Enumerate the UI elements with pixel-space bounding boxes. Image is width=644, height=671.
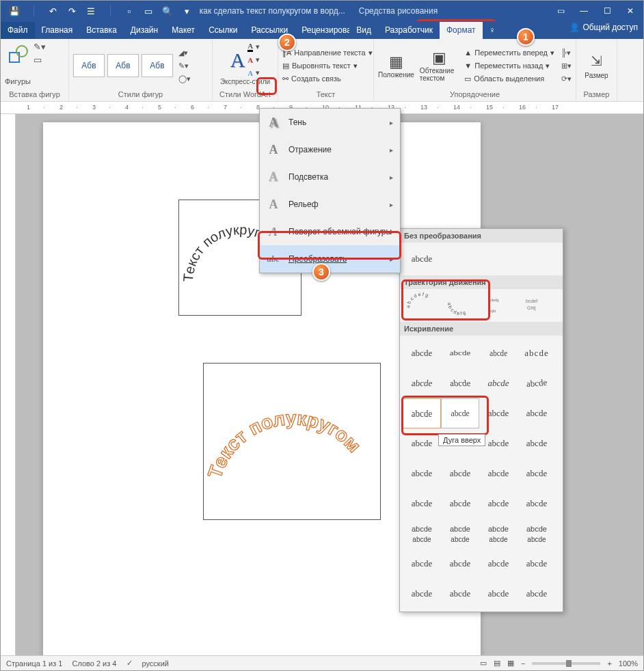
view-read-icon[interactable]: ▭ <box>480 659 487 668</box>
selection-pane-button[interactable]: ▭Область выделения <box>464 73 554 85</box>
tp-warp-7[interactable]: abcde <box>479 368 518 398</box>
tp-warp-28[interactable]: abcdeabcde <box>518 519 556 549</box>
tp-path-3[interactable]: cdefghijkl <box>479 290 518 320</box>
textbox-2[interactable]: Текст полукругом <box>203 363 381 520</box>
close-button[interactable]: ✕ <box>621 3 639 18</box>
redo-icon[interactable]: ↷ <box>64 3 80 18</box>
tp-warp-36[interactable]: abcde <box>518 579 556 609</box>
tp-warp-2[interactable]: abcde <box>441 338 479 368</box>
textbox-icon[interactable]: ▭ <box>33 54 46 66</box>
ruler-vertical[interactable] <box>1 114 16 655</box>
share-button[interactable]: 👤Общий доступ <box>569 23 638 32</box>
tp-warp-33[interactable]: abcde <box>403 579 441 609</box>
shape-effects-button[interactable]: ◯▾ <box>178 73 191 85</box>
print-preview-icon[interactable]: 🔍 <box>159 3 176 18</box>
shape-fill-button[interactable]: ◢▾ <box>178 47 191 59</box>
tab-design[interactable]: Дизайн <box>124 22 165 39</box>
tp-warp-34[interactable]: abcde <box>441 579 479 609</box>
new-doc-icon[interactable]: ▫ <box>121 3 137 18</box>
tp-warp-20[interactable]: abcde <box>518 458 556 489</box>
align-text-button[interactable]: ▤Выровнять текст▾ <box>282 60 373 72</box>
position-button[interactable]: ▦Положение <box>378 53 414 79</box>
undo-icon[interactable]: ↶ <box>44 3 61 18</box>
zoom-slider[interactable] <box>532 662 600 665</box>
tab-insert[interactable]: Вставка <box>79 22 124 39</box>
shape-style-3[interactable]: Абв <box>142 54 173 77</box>
align-button[interactable]: ╠▾ <box>561 47 572 59</box>
status-language[interactable]: русский <box>142 659 169 668</box>
text-effects-button[interactable]: A▾ <box>247 67 260 79</box>
tab-file[interactable]: Файл <box>1 22 35 39</box>
save-icon[interactable]: 💾 <box>6 3 23 18</box>
tab-developer[interactable]: Разработчик <box>378 22 440 39</box>
text-outline-button[interactable]: A▾ <box>247 54 260 66</box>
tp-warp-11[interactable]: abcde <box>479 398 518 428</box>
tp-warp-13[interactable]: abcde <box>403 428 441 458</box>
tp-warp-16[interactable]: abcde <box>518 428 556 458</box>
tp-path-1[interactable]: a b c d e f g <box>403 290 441 320</box>
shape-outline-button[interactable]: ✎▾ <box>178 60 191 72</box>
tp-path-2[interactable]: a b c d e f g <box>441 290 479 320</box>
tp-warp-21[interactable]: abcde <box>403 489 441 519</box>
tp-warp-32[interactable]: abcde <box>518 549 556 579</box>
tab-layout[interactable]: Макет <box>165 22 202 39</box>
view-print-icon[interactable]: ▤ <box>494 659 500 668</box>
tell-me-icon[interactable]: ♀ <box>483 22 502 39</box>
tab-references[interactable]: Ссылки <box>202 22 244 39</box>
maximize-button[interactable]: ☐ <box>598 3 616 18</box>
tp-warp-30[interactable]: abcde <box>441 549 479 579</box>
dd-shadow[interactable]: AТень▸ <box>260 109 400 136</box>
dd-bevel[interactable]: AРельеф▸ <box>260 191 400 218</box>
shape-style-1[interactable]: Абв <box>73 54 105 77</box>
zoom-out-button[interactable]: − <box>521 659 525 668</box>
zoom-in-button[interactable]: + <box>607 659 611 668</box>
tp-warp-31[interactable]: abcde <box>479 549 518 579</box>
tp-warp-17[interactable]: abcde <box>403 458 441 489</box>
status-words[interactable]: Слово 2 из 4 <box>72 659 116 668</box>
tab-review[interactable]: Рецензирование <box>295 22 349 39</box>
shape-style-2[interactable]: Абв <box>107 54 139 77</box>
edit-shape-icon[interactable]: ✎▾ <box>33 41 46 53</box>
tab-home[interactable]: Главная <box>35 22 80 39</box>
view-web-icon[interactable]: ▦ <box>507 659 514 668</box>
group-button[interactable]: ⊞▾ <box>561 60 572 72</box>
tp-warp-5[interactable]: abcde <box>403 368 441 398</box>
tp-warp-12[interactable]: abcde <box>518 398 556 428</box>
tp-warp-22[interactable]: abcde <box>441 489 479 519</box>
dd-glow[interactable]: AПодсветка▸ <box>260 163 400 191</box>
open-icon[interactable]: ▭ <box>140 3 157 18</box>
tp-warp-18[interactable]: abcde <box>441 458 479 489</box>
size-icon[interactable]: ⇲ <box>591 53 602 69</box>
quick-styles-icon[interactable]: A <box>230 49 245 72</box>
touch-mode-icon[interactable]: ☰ <box>83 3 99 18</box>
zoom-level[interactable]: 100% <box>619 659 638 668</box>
tp-warp-24[interactable]: abcde <box>518 489 556 519</box>
ribbon-display-icon[interactable]: ▭ <box>552 3 569 18</box>
tp-warp-19[interactable]: abcde <box>479 458 518 489</box>
tp-warp-8[interactable]: abcde <box>518 368 556 398</box>
wrap-text-button[interactable]: ▣Обтекание текстом <box>420 49 459 82</box>
text-fill-button[interactable]: A▾ <box>247 41 260 53</box>
tp-no-transform-option[interactable]: abcde <box>403 244 441 274</box>
tp-warp-6[interactable]: abcde <box>441 368 479 398</box>
tp-warp-26[interactable]: abcdeabcde <box>441 519 479 549</box>
tp-warp-3[interactable]: abcde <box>479 338 518 368</box>
text-direction-button[interactable]: ‖AНаправление текста▾ <box>282 47 373 59</box>
tp-warp-29[interactable]: abcde <box>403 549 441 579</box>
tab-view[interactable]: Вид <box>349 22 378 39</box>
tp-warp-23[interactable]: abcde <box>479 489 518 519</box>
status-page[interactable]: Страница 1 из 1 <box>6 659 62 668</box>
qat-more-icon[interactable]: ▾ <box>178 3 195 18</box>
dd-transform[interactable]: abcПреобразовать▸ <box>260 245 400 273</box>
minimize-button[interactable]: — <box>575 3 593 18</box>
tab-format[interactable]: Формат <box>440 22 483 39</box>
tp-warp-1[interactable]: abcde <box>403 338 441 368</box>
dd-3drotation[interactable]: AПоворот объемной фигуры▸ <box>260 218 400 245</box>
tp-warp-27[interactable]: abcdeabcde <box>479 519 518 549</box>
tp-warp-25[interactable]: abcdeabcde <box>403 519 441 549</box>
tp-warp-9[interactable]: abcde <box>403 398 441 428</box>
tp-warp-4[interactable]: abcde <box>518 338 556 368</box>
send-backward-button[interactable]: ▼Переместить назад▾ <box>464 60 554 72</box>
bring-forward-button[interactable]: ▲Переместить вперед▾ <box>464 47 554 59</box>
tp-path-4[interactable]: bcdefGhij <box>518 290 556 320</box>
